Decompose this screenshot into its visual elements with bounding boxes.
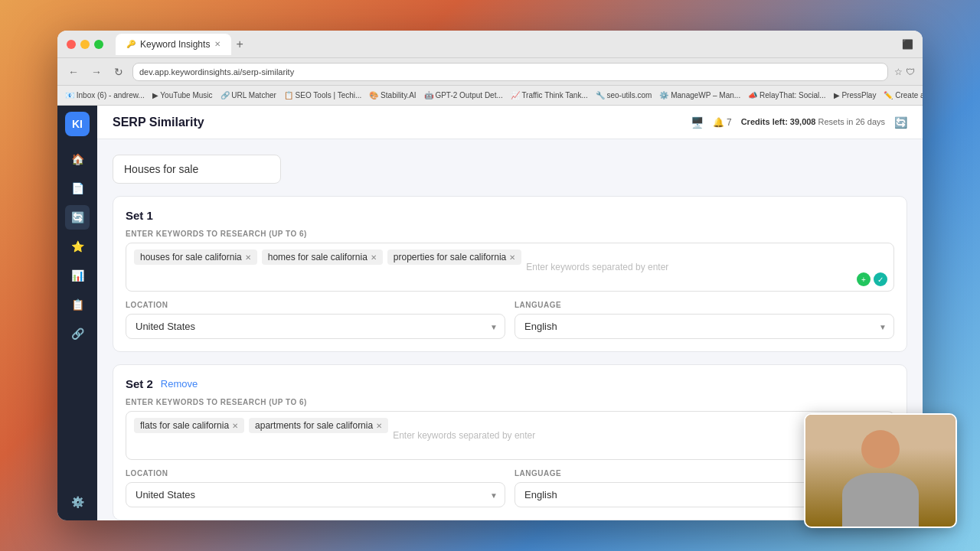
bookmark-item[interactable]: ▶ YouTube Music	[152, 91, 213, 99]
sidebar-item-home[interactable]: 🏠	[65, 147, 90, 171]
traffic-lights	[67, 40, 103, 49]
app-layout: KI 🏠 📄 🔄 ⭐ 📊 📋 🔗 ⚙️ SERP Similarity 🖥️	[57, 106, 923, 520]
person-body	[842, 473, 919, 527]
tag-text: properties for sale california	[394, 252, 506, 262]
sidebar-item-docs[interactable]: 📄	[65, 176, 90, 201]
window-controls: ⬛	[902, 39, 913, 50]
bookmarks-bar: 📧 Inbox (6) - andrew... ▶ YouTube Music …	[57, 86, 923, 106]
tab-bar: 🔑 Keyword Insights ✕ +	[116, 34, 896, 55]
tag-text: flats for sale california	[140, 420, 229, 431]
refresh-icon[interactable]: 🔄	[894, 116, 907, 129]
reload-button[interactable]: ↻	[111, 64, 126, 80]
set2-location-select-wrapper: United States United Kingdom ▼	[126, 482, 505, 507]
minimize-button[interactable]	[80, 40, 90, 49]
set2-location-label: LOCATION	[126, 469, 505, 478]
star-icon[interactable]: ☆	[894, 67, 903, 77]
set1-language-wrapper: LANGUAGE English Spanish French ▼	[514, 301, 894, 339]
credits-reset: Resets in 26 days	[818, 117, 885, 126]
tab-title: Keyword Insights	[140, 39, 210, 50]
tab-close-icon[interactable]: ✕	[214, 40, 220, 48]
browser-window: 🔑 Keyword Insights ✕ + ⬛ ← → ↻ dev.app.k…	[57, 31, 923, 520]
address-bar[interactable]: dev.app.keywordinsights.ai/serp-similari…	[132, 63, 888, 81]
sidebar: KI 🏠 📄 🔄 ⭐ 📊 📋 🔗 ⚙️	[57, 106, 97, 520]
remove-set-button[interactable]: Remove	[161, 378, 198, 390]
bookmark-item[interactable]: 📧 Inbox (6) - andrew...	[65, 91, 145, 99]
forward-button[interactable]: →	[88, 64, 105, 80]
app-logo: KI	[65, 112, 90, 136]
sidebar-item-analytics[interactable]: 📊	[65, 263, 90, 288]
add-icon[interactable]: +	[857, 272, 871, 286]
tag-close-icon[interactable]: ✕	[245, 253, 251, 262]
app-header: SERP Similarity 🖥️ 🔔 7 Credits left: 39,…	[97, 106, 923, 139]
keyword-tag: homes for sale california ✕	[262, 249, 383, 265]
monitor-icon[interactable]: 🖥️	[691, 116, 704, 129]
new-tab-button[interactable]: +	[236, 37, 243, 51]
person-head	[861, 430, 900, 468]
tag-close-icon[interactable]: ✕	[232, 422, 238, 430]
back-button[interactable]: ←	[65, 64, 82, 80]
tag-text: apartments for sale california	[255, 420, 373, 431]
shield-icon: 🛡	[906, 67, 915, 77]
set1-location-select[interactable]: United States United Kingdom Canada	[126, 314, 505, 339]
bookmark-item[interactable]: ⚙️ ManageWP – Man...	[659, 91, 740, 99]
bookmark-item[interactable]: ✏️ Create a prototyp...	[884, 91, 923, 99]
nav-bar: ← → ↻ dev.app.keywordinsights.ai/serp-si…	[57, 58, 923, 86]
set1-title: Set 1	[126, 209, 153, 222]
set1-language-label: LANGUAGE	[514, 301, 894, 309]
set1-header: Set 1	[126, 209, 894, 222]
tag-close-icon[interactable]: ✕	[509, 253, 515, 262]
keyword-tag: flats for sale california ✕	[134, 418, 244, 433]
set2-location-select[interactable]: United States United Kingdom	[126, 482, 505, 507]
set1-location-language: LOCATION United States United Kingdom Ca…	[126, 301, 894, 339]
main-content: SERP Similarity 🖥️ 🔔 7 Credits left: 39,…	[97, 106, 923, 520]
webcam-video	[805, 415, 956, 527]
header-actions: 🖥️ 🔔 7 Credits left: 39,008 Resets in 26…	[691, 116, 907, 129]
sidebar-item-links[interactable]: 🔗	[65, 321, 90, 346]
set2-title: Set 2	[126, 377, 153, 390]
set1-language-select-wrapper: English Spanish French ▼	[514, 314, 894, 339]
sidebar-item-settings[interactable]: ⚙️	[65, 490, 90, 514]
sidebar-item-reports[interactable]: 📋	[65, 292, 90, 317]
set1-keywords-box[interactable]: houses for sale california ✕ homes for s…	[126, 243, 894, 292]
bookmark-item[interactable]: 🤖 GPT-2 Output Det...	[424, 91, 503, 99]
set1-language-select[interactable]: English Spanish French	[514, 314, 894, 339]
check-icon[interactable]: ✓	[874, 272, 887, 286]
sidebar-item-favorites[interactable]: ⭐	[65, 234, 90, 259]
bookmark-item[interactable]: ▶ PressPlay	[834, 91, 877, 99]
keyword-tag: apartments for sale california ✕	[249, 418, 388, 433]
set2-header: Set 2 Remove	[126, 377, 894, 390]
set1-location-select-wrapper: United States United Kingdom Canada ▼	[126, 314, 505, 339]
page-content: Houses for sale Set 1 ENTER KEYWORDS TO …	[97, 139, 923, 520]
set2-keywords-box[interactable]: flats for sale california ✕ apartments f…	[126, 411, 894, 460]
bookmark-item[interactable]: 📣 RelayThat: Social...	[748, 91, 825, 99]
credits-amount: Credits left: 39,008	[741, 117, 816, 126]
active-tab[interactable]: 🔑 Keyword Insights ✕	[116, 34, 231, 55]
notifications-count: 7	[727, 117, 732, 128]
tag-text: houses for sale california	[140, 252, 242, 262]
sidebar-item-similarity[interactable]: 🔄	[65, 205, 90, 230]
bookmark-item[interactable]: 🎨 Stability.AI	[369, 91, 416, 99]
tag-close-icon[interactable]: ✕	[371, 253, 377, 262]
search-title-text: Houses for sale	[124, 163, 198, 175]
keyword-tag: properties for sale california ✕	[387, 249, 521, 265]
nav-icons: ☆ 🛡	[894, 67, 915, 77]
keyword-input[interactable]: Enter keywords separated by enter	[526, 262, 668, 272]
search-title-input[interactable]: Houses for sale	[113, 155, 281, 184]
bookmark-item[interactable]: 🔧 seo-utils.com	[596, 91, 652, 99]
set2-field-label: ENTER KEYWORDS TO RESEARCH (UP TO 6)	[126, 398, 894, 406]
keyword-input[interactable]: Enter keywords separated by enter	[393, 430, 535, 441]
page-title: SERP Similarity	[113, 116, 681, 129]
bookmark-item[interactable]: 🔗 URL Matcher	[220, 91, 276, 99]
tag-close-icon[interactable]: ✕	[376, 422, 382, 430]
notifications-badge[interactable]: 🔔 7	[713, 117, 732, 128]
set1-field-label: ENTER KEYWORDS TO RESEARCH (UP TO 6)	[126, 230, 894, 238]
webcam-overlay	[804, 413, 957, 528]
maximize-button[interactable]	[94, 40, 103, 49]
bookmark-item[interactable]: 📈 Traffic Think Tank...	[511, 91, 588, 99]
close-button[interactable]	[67, 40, 76, 49]
bookmark-item[interactable]: 📋 SEO Tools | Techi...	[284, 91, 362, 99]
set1-section: Set 1 ENTER KEYWORDS TO RESEARCH (UP TO …	[113, 196, 907, 352]
set1-location-label: LOCATION	[126, 301, 505, 309]
keyword-tag: houses for sale california ✕	[134, 249, 257, 265]
box-icons: + ✓	[857, 272, 887, 286]
